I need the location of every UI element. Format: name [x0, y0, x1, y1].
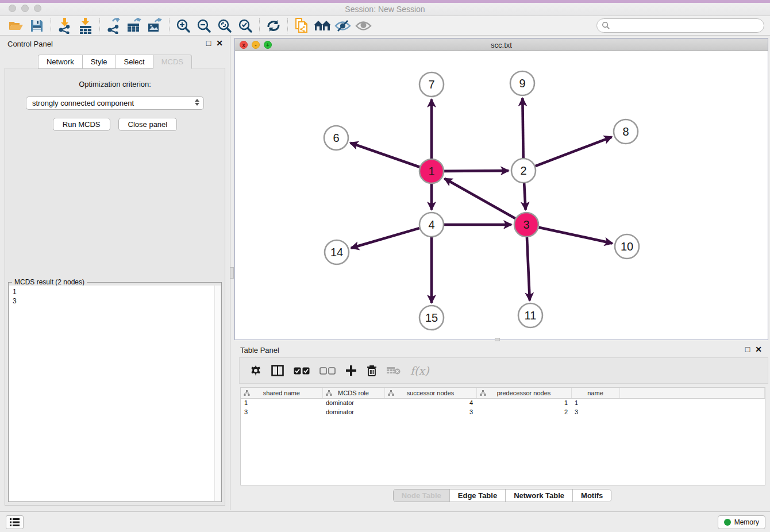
mcds-result-list[interactable]: 13	[9, 286, 221, 501]
col-name[interactable]: name	[571, 388, 619, 398]
open-session-button[interactable]	[6, 17, 26, 34]
table-cell[interactable]: 2	[476, 407, 571, 417]
new-network-from-selection-button[interactable]	[291, 17, 312, 34]
control-panel-float-icon[interactable]: □	[206, 39, 211, 48]
table-tabs: Node Table Edge Table Network Table Moti…	[234, 489, 770, 502]
graph-node-6[interactable]	[324, 126, 348, 150]
control-panel-close-icon[interactable]: ✕	[216, 39, 223, 48]
graph-edge-4-14[interactable]	[351, 228, 419, 248]
graph-node-11[interactable]	[518, 303, 542, 327]
tab-motifs[interactable]: Motifs	[573, 489, 611, 502]
graph-node-7[interactable]	[419, 72, 444, 97]
graph-node-8[interactable]	[614, 119, 638, 144]
col-predecessor-nodes[interactable]: predecessor nodes	[476, 388, 571, 398]
tab-network[interactable]: Network	[38, 55, 82, 69]
tab-select[interactable]: Select	[116, 55, 153, 69]
zoom-out-button[interactable]	[194, 17, 214, 34]
show-graphics-details-button[interactable]	[353, 17, 374, 34]
create-column-button[interactable]	[345, 365, 357, 376]
result-scrollbar[interactable]	[214, 286, 221, 501]
tab-network-table[interactable]: Network Table	[506, 489, 573, 502]
export-image-button[interactable]	[145, 17, 165, 34]
close-panel-button[interactable]: Close panel	[118, 118, 178, 131]
zoom-in-button[interactable]	[173, 17, 194, 34]
run-mcds-button[interactable]: Run MCDS	[53, 118, 110, 131]
optimization-criterion-label: Optimization criterion:	[5, 80, 225, 88]
list-icon	[10, 518, 20, 526]
graph-edge-3-1[interactable]	[445, 179, 515, 218]
export-network-button[interactable]	[103, 17, 124, 34]
tab-style[interactable]: Style	[82, 55, 116, 69]
graph-node-10[interactable]	[615, 234, 639, 259]
tab-mcds[interactable]: MCDS	[153, 55, 192, 69]
table-cell[interactable]: 3	[384, 407, 476, 417]
hide-graphics-details-button[interactable]	[333, 17, 353, 34]
mcds-result-line: 1	[13, 287, 221, 296]
import-network-button[interactable]	[55, 17, 75, 34]
task-history-button[interactable]	[6, 515, 24, 529]
graph-node-1[interactable]	[419, 159, 444, 183]
columns-icon	[271, 365, 284, 376]
node-table[interactable]: shared name MCDS role successor nodes pr…	[241, 388, 765, 417]
trash-icon	[367, 365, 377, 377]
table-cell[interactable]: 4	[384, 398, 476, 407]
save-disk-icon	[30, 19, 44, 33]
function-builder-button[interactable]: f(x)	[410, 364, 429, 377]
graph-edge-3-11[interactable]	[527, 237, 530, 300]
delete-table-button[interactable]	[387, 366, 401, 375]
col-mcds-role[interactable]: MCDS role	[322, 388, 384, 398]
canvas-scroll-grip[interactable]	[495, 338, 500, 341]
network-graph[interactable]: 7968124314101511	[235, 51, 768, 340]
table-row[interactable]: 3dominator323	[241, 407, 765, 417]
table-cell[interactable]: 3	[241, 407, 322, 417]
save-session-button[interactable]	[26, 17, 47, 34]
table-cell[interactable]: 1	[571, 398, 619, 407]
zoom-fit-button[interactable]	[214, 17, 235, 34]
table-toolbar: f(x)	[239, 357, 768, 384]
table-row[interactable]: 1dominator411	[241, 398, 765, 407]
table-cell[interactable]: 1	[476, 398, 571, 407]
table-panel-close-icon[interactable]: ✕	[755, 345, 762, 354]
network-window-titlebar[interactable]: x - + scc.txt	[235, 38, 768, 51]
graph-node-9[interactable]	[510, 71, 534, 95]
graph-node-4[interactable]	[419, 213, 444, 237]
graph-edge-2-9[interactable]	[522, 98, 523, 158]
table-options-button[interactable]	[250, 365, 261, 376]
graph-node-2[interactable]	[511, 159, 536, 183]
tab-node-table[interactable]: Node Table	[394, 489, 450, 502]
plus-icon	[345, 365, 357, 376]
deselect-all-columns-button[interactable]	[319, 367, 336, 375]
graph-edge-1-6[interactable]	[351, 143, 420, 167]
export-table-button[interactable]	[124, 17, 145, 34]
delete-columns-button[interactable]	[367, 365, 377, 377]
mcds-result-title: MCDS result (2 nodes)	[12, 278, 87, 286]
zoom-selected-button[interactable]	[235, 17, 256, 34]
mcds-result-group: MCDS result (2 nodes) 13	[8, 282, 222, 502]
table-cell-filler	[619, 407, 765, 417]
col-shared-name[interactable]: shared name	[241, 388, 322, 398]
network-canvas[interactable]: 7968124314101511	[235, 51, 768, 340]
apply-layout-button[interactable]	[263, 17, 284, 34]
graph-edge-1-2[interactable]	[444, 171, 509, 171]
table-panel-float-icon[interactable]: □	[745, 345, 750, 354]
table-cell[interactable]: dominator	[322, 407, 384, 417]
panel-splitter-grip[interactable]	[230, 267, 234, 279]
graph-edge-2-8[interactable]	[536, 137, 612, 166]
table-cell[interactable]: 1	[241, 398, 322, 407]
graph-node-15[interactable]	[419, 306, 444, 330]
memory-button[interactable]: Memory	[718, 515, 765, 529]
graph-edge-3-10[interactable]	[538, 228, 612, 244]
optimization-criterion-dropdown[interactable]: strongly connected component	[26, 97, 204, 110]
table-cell[interactable]: 3	[571, 407, 619, 417]
graph-node-14[interactable]	[325, 240, 349, 264]
graph-edge-2-3[interactable]	[524, 183, 525, 210]
first-neighbors-button[interactable]	[312, 17, 333, 34]
search-input[interactable]	[596, 18, 764, 33]
column-browser-button[interactable]	[271, 365, 284, 376]
graph-node-3[interactable]	[514, 213, 538, 237]
tab-edge-table[interactable]: Edge Table	[450, 489, 506, 502]
col-successor-nodes[interactable]: successor nodes	[384, 388, 476, 398]
table-cell[interactable]: dominator	[322, 398, 384, 407]
select-all-columns-button[interactable]	[294, 367, 310, 375]
import-table-button[interactable]	[75, 17, 96, 34]
